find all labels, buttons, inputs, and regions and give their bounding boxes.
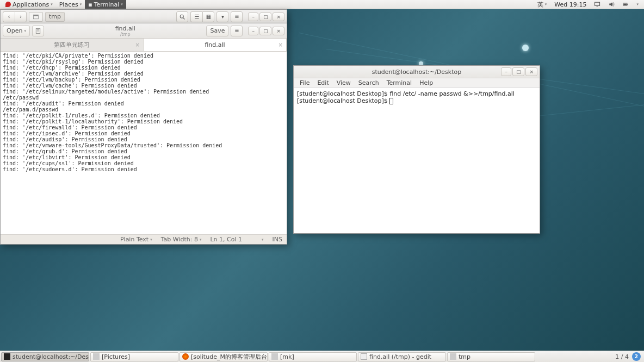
chevron-down-icon: ▾ [24,29,27,33]
view-list-button[interactable]: ☰ [190,11,202,22]
task-label: tmp [459,353,470,360]
close-button[interactable]: × [273,13,284,21]
tab-doc2[interactable]: find.all× [144,39,287,51]
status-bar: Plain Text▾ Tab Width: 8▾ Ln 1, Col 1 ▾ … [1,234,287,244]
tab-doc1[interactable]: 第四单元练习× [1,39,144,51]
chevron-down-icon: ▾ [80,2,82,7]
task-pictures[interactable]: [Pictures] [90,352,178,361]
menu-bar: File Edit View Search Terminal Help [294,78,540,88]
tabwidth-label: Tab Width: 8 [161,236,198,243]
wallpaper-dot [522,45,529,51]
hamburger-menu-button[interactable]: ≡ [231,11,243,22]
close-button[interactable]: × [273,27,284,35]
menu-view[interactable]: View [333,79,355,86]
close-icon[interactable]: × [135,42,140,48]
workspace-indicator[interactable]: 1 / 4 [615,353,629,360]
menu-edit[interactable]: Edit [313,79,332,86]
view-options-button[interactable]: ▾ [216,11,228,22]
svg-rect-0 [595,2,600,5]
terminal-launcher-label: Terminal [94,1,120,8]
position-label: Ln 1, Col 1 [210,236,242,243]
clock-label: Wed 19:15 [554,1,586,8]
places-menu[interactable]: Places ▾ [56,0,85,9]
chevron-down-icon: ▾ [121,2,123,7]
tabwidth-selector[interactable]: Tab Width: 8▾ [161,236,202,243]
menu-terminal[interactable]: Terminal [383,79,416,86]
open-label: Open [7,27,22,34]
insert-mode[interactable]: INS [273,236,282,243]
save-label: Save [210,27,225,34]
task-label: [solitude_M的博客管理后台-51… [191,353,268,361]
volume-icon[interactable] [605,1,618,8]
chevron-down-icon: ▾ [150,238,152,242]
command-text: find /etc/ -name passwd &>>/tmp/find.all [389,90,514,97]
close-icon[interactable]: × [278,42,283,48]
maximize-button[interactable]: □ [259,27,272,35]
close-button[interactable]: × [525,67,537,76]
terminal-menu-launcher[interactable]: ▪ Terminal ▾ [85,0,126,9]
folder-icon [450,353,456,360]
path-segment-label: tmp [49,13,61,20]
chevron-down-icon: ▾ [200,238,202,242]
applications-label: Applications [13,1,49,8]
title-text: find.all [115,25,135,32]
terminal-icon [4,353,10,360]
task-label: student@localhost:~/Desktop [13,353,89,360]
task-tmp[interactable]: tmp [447,352,535,361]
editor-area[interactable]: find: '/etc/pki/CA/private': Permission … [1,52,287,234]
terminal-window: student@localhost:~/Desktop – □ × File E… [293,65,540,234]
minimize-button[interactable]: – [248,13,258,21]
folder-icon [93,353,100,360]
applications-menu[interactable]: Applications ▾ [2,0,56,9]
prompt: [student@localhost Desktop]$ [297,90,389,97]
hamburger-menu-button[interactable]: ≡ [231,26,243,36]
view-grid-button[interactable]: ▦ [202,11,214,22]
firefox-icon [182,353,189,360]
maximize-button[interactable]: □ [512,67,525,76]
path-segment-button[interactable]: tmp [45,12,65,22]
path-root-button[interactable] [29,12,43,22]
maximize-button[interactable]: □ [259,13,272,21]
gedit-window: Open ▾ find.all /tmp Save ≡ – □ × 第四单元练习… [0,23,287,245]
ime-label: 英 [537,1,543,9]
syntax-label: Plain Text [120,236,148,243]
chevron-down-icon: ▾ [545,2,547,7]
task-firefox[interactable]: [solitude_M的博客管理后台-51… [179,352,268,361]
terminal-body[interactable]: [student@localhost Desktop]$ find /etc/ … [294,88,540,233]
open-button[interactable]: Open ▾ [3,26,30,36]
task-gedit[interactable]: find.all (/tmp) - gedit [358,352,446,361]
redhat-icon [5,2,11,7]
save-button[interactable]: Save [206,26,228,36]
tab-label: 第四单元练习 [54,41,90,49]
screen-icon[interactable] [591,1,604,8]
minimize-button[interactable]: – [501,67,511,76]
cursor-position: Ln 1, Col 1 [210,236,242,243]
new-tab-button[interactable] [32,26,44,36]
menu-search[interactable]: Search [355,79,383,86]
task-terminal[interactable]: student@localhost:~/Desktop [1,352,89,361]
chevron-down-icon[interactable]: ▾ [262,238,264,242]
battery-icon[interactable] [619,1,632,8]
forward-button[interactable]: › [15,11,27,22]
ime-indicator[interactable]: 英▾ [534,1,550,9]
user-menu[interactable]: ▾ [633,2,642,7]
clock[interactable]: Wed 19:15 [551,1,590,8]
search-button[interactable] [176,11,188,22]
menu-file[interactable]: File [296,79,313,86]
task-label: [Pictures] [102,353,130,360]
top-panel: Applications ▾ Places ▾ ▪ Terminal ▾ 英▾ … [0,0,644,9]
notification-badge[interactable]: 2 [632,352,641,361]
menu-help[interactable]: Help [416,79,437,86]
bottom-panel: student@localhost:~/Desktop [Pictures] [… [0,351,644,362]
places-label: Places [59,1,78,8]
syntax-selector[interactable]: Plain Text▾ [120,236,152,243]
back-button[interactable]: ‹ [3,11,15,22]
svg-point-7 [181,15,184,18]
terminal-icon: ▪ [88,1,92,8]
task-mk[interactable]: [mk] [269,352,357,361]
minimize-button[interactable]: – [248,27,258,35]
window-title: find.all /tmp [46,25,204,37]
document-tabs: 第四单元练习× find.all× [1,39,287,52]
prompt: [student@localhost Desktop]$ [297,97,389,104]
svg-rect-3 [627,4,628,5]
